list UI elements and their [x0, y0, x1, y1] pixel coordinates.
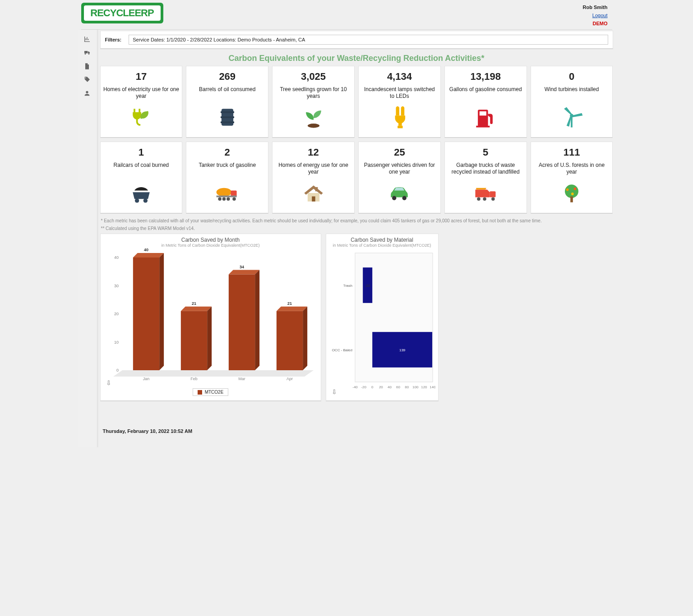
metric-gallons-gasoline: 13,198 Gallons of gasoline consumed — [444, 66, 527, 138]
metric-label: Homes of electricity use for one year — [103, 86, 180, 101]
filter-bar: Filters: Service Dates: 1/1/2020 - 2/28/… — [100, 31, 613, 49]
svg-text:30: 30 — [114, 284, 118, 288]
svg-marker-55 — [276, 307, 307, 311]
svg-rect-7 — [480, 111, 486, 115]
metric-label: Acres of U.S. forests in one year — [534, 162, 610, 176]
svg-text:20: 20 — [379, 385, 383, 389]
nav-documents[interactable] — [78, 60, 97, 73]
car-icon — [386, 179, 413, 207]
svg-text:OCC - Baled: OCC - Baled — [332, 348, 352, 352]
svg-point-32 — [571, 193, 574, 195]
user-icon — [83, 90, 91, 97]
demo-badge: DEMO — [583, 21, 608, 26]
svg-text:34: 34 — [239, 265, 244, 269]
svg-marker-51 — [255, 270, 259, 371]
metric-value: 3,025 — [301, 71, 326, 83]
svg-rect-57 — [276, 311, 302, 370]
legend-swatch — [198, 390, 202, 395]
filter-value: Service Dates: 1/1/2020 - 2/28/2022 Loca… — [133, 37, 305, 42]
user-info: Rob Smith Logout DEMO — [583, 3, 612, 26]
metric-value: 25 — [394, 147, 405, 158]
chart-canvas: 01020304040Jan21Feb34Mar21Apr — [104, 248, 318, 384]
filter-field[interactable]: Service Dates: 1/1/2020 - 2/28/2022 Loca… — [129, 35, 608, 45]
cfl-bulb-icon — [386, 104, 413, 131]
svg-rect-47 — [180, 311, 207, 370]
svg-marker-45 — [180, 307, 211, 311]
sidebar — [78, 30, 97, 447]
metric-homes-electricity: 17 Homes of electricity use for one year — [100, 66, 183, 138]
svg-text:40: 40 — [143, 248, 148, 252]
chart-title: Carbon Saved by Material — [330, 237, 434, 243]
svg-marker-41 — [159, 253, 164, 370]
metric-label: Tanker truck of gasoline — [199, 162, 256, 176]
metric-forest-acres: 111 Acres of U.S. forests in one year — [531, 142, 613, 214]
svg-marker-46 — [207, 307, 212, 370]
metric-value: 12 — [308, 147, 319, 158]
metric-value: 1 — [139, 147, 144, 158]
metric-garbage-trucks: 5 Garbage trucks of waste recycled inste… — [444, 142, 527, 214]
seedling-icon — [300, 104, 327, 131]
tag-icon — [83, 76, 91, 83]
timestamp: Thursday, February 10, 2022 10:52 AM — [103, 428, 613, 434]
footnote-2: ** Calculated using the EPA WARM Model v… — [101, 226, 612, 231]
plug-leaf-icon — [128, 104, 155, 131]
nav-hauling[interactable] — [78, 46, 97, 60]
metric-value: 4,134 — [387, 71, 412, 83]
metric-value: 17 — [136, 71, 147, 83]
nav-tickets[interactable] — [78, 73, 97, 87]
metric-label: Garbage trucks of waste recycled instead… — [448, 162, 524, 176]
svg-point-13 — [216, 188, 231, 196]
export-icon[interactable]: ⇩ — [332, 388, 337, 395]
svg-text:21: 21 — [287, 301, 291, 306]
svg-marker-50 — [228, 270, 259, 275]
svg-text:Trash: Trash — [343, 284, 352, 288]
nav-account[interactable] — [78, 87, 97, 100]
chart-carbon-by-month: Carbon Saved by Month in Metric Tons of … — [100, 234, 321, 401]
logo[interactable]: RECYCLEERP — [81, 3, 163, 23]
tree-icon — [558, 179, 585, 207]
svg-text:60: 60 — [396, 385, 400, 389]
metric-value: 5 — [483, 147, 488, 158]
svg-text:-40: -40 — [352, 385, 358, 389]
svg-point-24 — [402, 196, 407, 200]
logout-link[interactable]: Logout — [583, 13, 608, 18]
svg-text:21: 21 — [191, 301, 196, 306]
metric-label: Tree seedlings grown for 10 years — [275, 86, 351, 101]
nav-dashboard[interactable] — [78, 32, 97, 46]
svg-rect-15 — [216, 195, 236, 197]
metric-label: Passenger vehicles driven for one year — [361, 162, 438, 176]
railcar-icon — [128, 179, 155, 207]
metric-value: 2 — [225, 147, 230, 158]
svg-point-29 — [565, 184, 578, 198]
metric-railcars-coal: 1 Railcars of coal burned — [100, 142, 183, 214]
svg-text:80: 80 — [405, 385, 409, 389]
svg-rect-52 — [228, 275, 254, 371]
svg-marker-39 — [113, 370, 314, 377]
metric-label: Incandescent lamps switched to LEDs — [361, 86, 438, 101]
svg-point-18 — [226, 197, 230, 201]
svg-marker-56 — [303, 307, 307, 370]
svg-rect-22 — [315, 187, 318, 191]
footnote-1: * Each metric has been calculated with a… — [101, 218, 612, 223]
svg-text:20: 20 — [114, 312, 118, 316]
svg-point-19 — [232, 197, 236, 201]
svg-text:0: 0 — [116, 368, 118, 372]
svg-rect-8 — [476, 125, 490, 127]
svg-text:10: 10 — [114, 340, 118, 345]
house-icon — [300, 179, 327, 207]
metric-value: 111 — [564, 147, 580, 158]
document-icon — [83, 63, 91, 70]
svg-rect-2 — [221, 116, 234, 118]
svg-rect-42 — [133, 257, 159, 370]
barrel-icon — [214, 104, 241, 131]
svg-text:Feb: Feb — [190, 377, 198, 381]
svg-rect-25 — [490, 191, 496, 197]
export-icon[interactable]: ⇩ — [106, 379, 111, 386]
svg-text:-22: -22 — [365, 284, 370, 288]
metric-grid: 17 Homes of electricity use for one year… — [100, 66, 613, 214]
metric-label: Homes of energy use for one year — [275, 162, 351, 176]
metric-value: 13,198 — [471, 71, 501, 83]
metric-tree-seedlings: 3,025 Tree seedlings grown for 10 years — [272, 66, 355, 138]
svg-point-17 — [222, 197, 226, 201]
metric-barrels-oil: 269 Barrels of oil consumed — [186, 66, 268, 138]
